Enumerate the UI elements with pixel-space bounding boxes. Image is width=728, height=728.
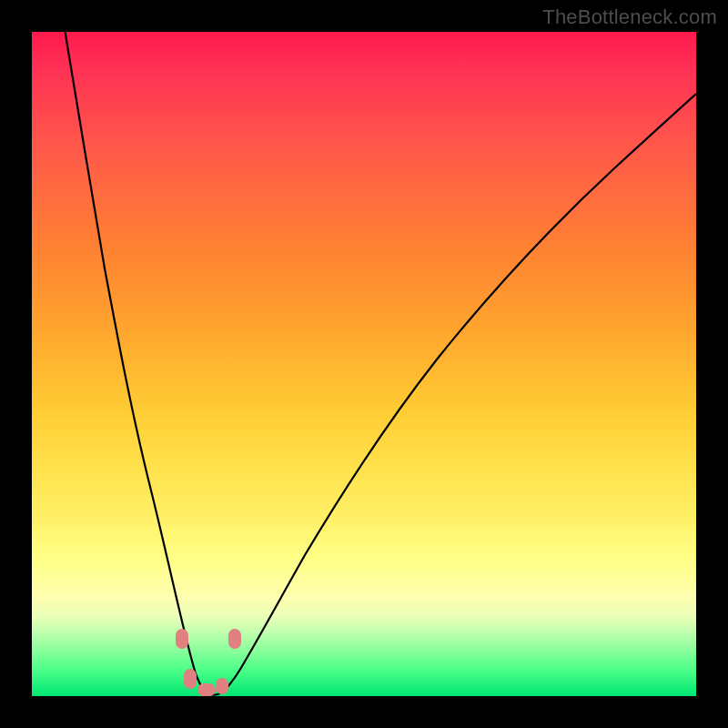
- chart-frame: TheBottleneck.com: [0, 0, 728, 728]
- marker-right-lower: [216, 678, 228, 694]
- plot-area: [32, 32, 696, 696]
- curve-path: [66, 32, 697, 695]
- bottleneck-curve: [32, 32, 696, 696]
- marker-left-upper: [176, 629, 188, 649]
- marker-right-upper: [228, 629, 241, 649]
- marker-bottom: [197, 683, 216, 696]
- marker-left-lower: [184, 669, 197, 689]
- watermark-text: TheBottleneck.com: [542, 5, 717, 29]
- marker-group: [176, 629, 241, 696]
